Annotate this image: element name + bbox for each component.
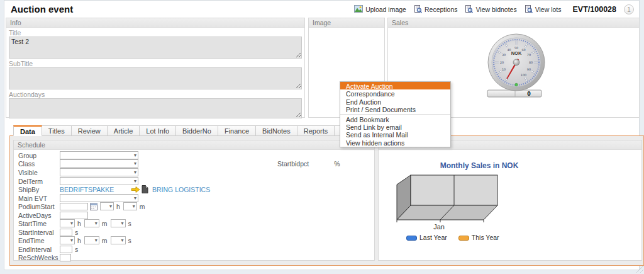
toolbar-label: View lots (535, 6, 562, 13)
visible-select[interactable]: ▾ (60, 168, 138, 176)
class-select[interactable]: ▾ (60, 159, 138, 168)
startinterval-label: StartInterval (18, 229, 60, 236)
podiumstart-label: PodiumStart (18, 203, 60, 210)
form-row-reschweeks: ReSchWeeks (18, 253, 372, 262)
gauge-readout-value: 0 (527, 91, 531, 97)
info-panel: Info Title Test 2 SubTitle Auctiondays (6, 18, 305, 118)
auctiondays-textarea[interactable] (9, 98, 302, 118)
menu-item-send-link-by-email[interactable]: Send Link by email (340, 123, 450, 130)
tab-reports[interactable]: Reports (297, 125, 335, 136)
tab-review[interactable]: Review (72, 125, 108, 136)
starttime-minute-select[interactable]: ▾ (84, 219, 99, 227)
delterm-select[interactable]: ▾ (60, 177, 138, 185)
image-panel-header: Image (309, 18, 384, 28)
schedule-form: Group ▾ Class ▾ Visible ▾ DelTerm ▾ Ship… (14, 150, 374, 261)
actions-context-menu: Activate Auction Correspondance End Auct… (340, 81, 451, 147)
startbidpct-label: Startbidpct (277, 160, 309, 168)
svg-text:10: 10 (502, 67, 506, 71)
svg-text:60: 60 (521, 48, 525, 52)
svg-text:100: 100 (521, 73, 526, 77)
class-label: Class (18, 160, 60, 168)
endinterval-input[interactable] (60, 246, 72, 253)
shipby-icons: BRING LOGISTICS (131, 185, 210, 193)
menu-item-send-as-internal-mail[interactable]: Send as Internal Mail (340, 130, 450, 138)
form-row-startinterval: StartInterval s (18, 228, 372, 237)
image-icon (354, 5, 363, 14)
chevron-down-icon: ▾ (134, 168, 136, 176)
minute-unit: m (102, 220, 108, 227)
app-window: Auction event Upload image Receptions Vi… (4, 0, 640, 270)
chevron-down-icon: ▾ (70, 219, 73, 227)
top-toolbar: Upload image Receptions View bidnotes Vi… (354, 4, 634, 15)
tab-content-container: Schedule Group ▾ Class ▾ Visible ▾ DelTe… (9, 135, 644, 266)
document-icon[interactable] (142, 185, 148, 193)
toolbar-label: Receptions (425, 6, 458, 13)
toolbar-label: View bidnotes (475, 6, 516, 13)
endinterval-label: EndInterval (18, 246, 60, 253)
gauge-unit-label: NOK (511, 50, 522, 56)
chevron-down-icon: ▾ (121, 219, 124, 227)
second-unit: s (128, 220, 131, 227)
upload-image-button[interactable]: Upload image (354, 5, 406, 14)
podiumstart-minute-select[interactable]: ▾ (123, 202, 137, 210)
go-arrow-icon[interactable] (131, 186, 140, 193)
menu-item-add-bookmark[interactable]: Add Bookmark (340, 115, 450, 123)
view-bidnotes-button[interactable]: View bidnotes (465, 5, 516, 14)
form-row-group: Group ▾ (18, 151, 372, 160)
activedays-input[interactable] (60, 212, 88, 219)
endtime-minute-select[interactable]: ▾ (84, 236, 99, 244)
form-row-endinterval: EndInterval s (18, 245, 372, 254)
svg-text:50: 50 (514, 46, 518, 50)
svg-text:20: 20 (500, 60, 504, 64)
tab-finance[interactable]: Finance (218, 125, 256, 136)
menu-item-view-hidden-actions[interactable]: View hidden actions (340, 139, 450, 146)
delterm-label: DelTerm (18, 178, 60, 185)
tab-article[interactable]: Article (108, 125, 140, 136)
tab-data[interactable]: Data (13, 125, 42, 136)
title-textarea[interactable]: Test 2 (9, 37, 302, 59)
menu-item-end-auction[interactable]: End Auction (340, 98, 450, 105)
tab-lot-info[interactable]: Lot Info (140, 125, 176, 136)
chevron-down-icon: ▾ (121, 236, 124, 244)
menu-item-print-send-documents[interactable]: Print / Send Documents (340, 105, 450, 113)
chevron-down-icon: ▾ (134, 194, 136, 202)
shipby-label: ShipBy (18, 186, 60, 193)
legend-swatch (406, 236, 417, 241)
podiumstart-hour-select[interactable]: ▾ (100, 202, 114, 210)
menu-item-activate-auction[interactable]: Activate Auction (340, 82, 450, 89)
receptions-button[interactable]: Receptions (414, 5, 458, 14)
chevron-down-icon: ▾ (95, 219, 97, 227)
starttime-hour-select[interactable]: ▾ (60, 219, 75, 227)
reschweeks-input[interactable] (60, 254, 71, 261)
calendar-icon[interactable] (90, 203, 97, 210)
tab-bidderno[interactable]: BidderNo (176, 125, 218, 136)
resize-grip[interactable] (636, 265, 643, 273)
form-row-visible: Visible ▾ (18, 168, 372, 177)
starttime-label: StartTime (18, 220, 60, 227)
tab-titles[interactable]: Titles (42, 125, 72, 136)
form-row-podiumstart: PodiumStart ▾ h ▾ m (18, 202, 372, 211)
podiumstart-date-input[interactable] (60, 203, 88, 210)
carrier-link[interactable]: BRING LOGISTICS (152, 186, 210, 193)
starttime-second-select[interactable]: ▾ (111, 219, 126, 227)
menu-item-correspondance[interactable]: Correspondance (340, 89, 450, 97)
group-select[interactable]: ▾ (60, 151, 138, 159)
schedule-section-header: Schedule (14, 140, 374, 150)
view-lots-button[interactable]: View lots (525, 5, 562, 14)
form-row-main-evt: Main EVT ▾ (18, 194, 372, 203)
main-evt-select[interactable]: ▾ (60, 194, 138, 202)
endtime-hour-select[interactable]: ▾ (60, 236, 75, 244)
subtitle-textarea[interactable] (9, 67, 302, 89)
endtime-second-select[interactable]: ▾ (111, 236, 126, 244)
tab-bidnotes[interactable]: BidNotes (256, 125, 297, 136)
chevron-down-icon: ▾ (70, 236, 73, 244)
count-badge[interactable]: 1 (624, 4, 634, 14)
second-unit: s (128, 237, 131, 244)
startinterval-input[interactable] (60, 229, 72, 236)
shipby-link[interactable]: BEDRIFTSPAKKE (60, 186, 114, 193)
form-row-delterm: DelTerm ▾ (18, 177, 372, 186)
visible-label: Visible (18, 169, 60, 176)
menu-separator (340, 114, 450, 115)
hour-unit: h (116, 203, 120, 210)
subtitle-field-label: SubTitle (9, 60, 304, 67)
